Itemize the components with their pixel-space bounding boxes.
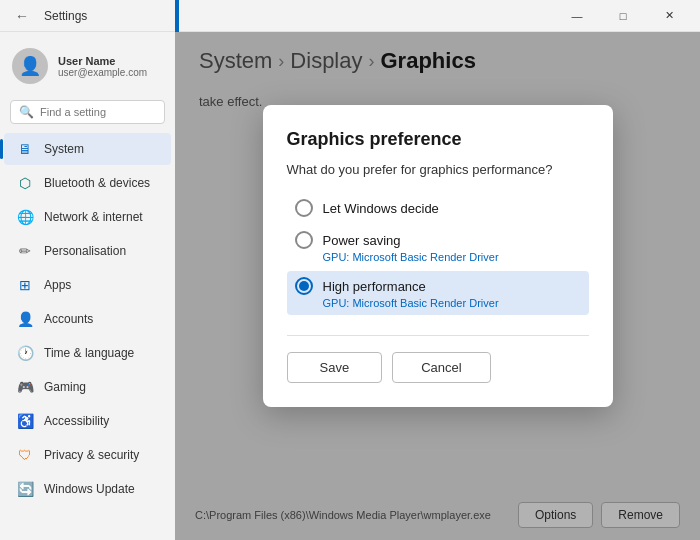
sidebar-item-system[interactable]: 🖥 System (4, 133, 171, 165)
time-icon: 🕐 (16, 344, 34, 362)
modal-buttons: Save Cancel (287, 352, 589, 383)
sidebar-item-privacy[interactable]: 🛡 Privacy & security (4, 439, 171, 471)
radio-option-high-performance[interactable]: High performance GPU: Microsoft Basic Re… (287, 271, 589, 315)
user-profile: 👤 User Name user@example.com (0, 40, 175, 96)
sidebar: 👤 User Name user@example.com 🔍 🖥 System … (0, 32, 175, 540)
main-content: System › Display › Graphics take effect.… (175, 32, 700, 540)
network-icon: 🌐 (16, 208, 34, 226)
sidebar-item-label-accounts: Accounts (44, 312, 93, 326)
user-email: user@example.com (58, 67, 147, 78)
apps-icon: ⊞ (16, 276, 34, 294)
radio-label-windows: Let Windows decide (323, 201, 439, 216)
titlebar: ← Settings — □ ✕ (0, 0, 700, 32)
radio-sublabel-power-saving: GPU: Microsoft Basic Render Driver (323, 251, 581, 263)
sidebar-item-label-privacy: Privacy & security (44, 448, 139, 462)
system-icon: 🖥 (16, 140, 34, 158)
radio-circle-high-performance (295, 277, 313, 295)
cancel-button[interactable]: Cancel (392, 352, 490, 383)
radio-label-power-saving: Power saving (323, 233, 401, 248)
graphics-preference-modal: Graphics preference What do you prefer f… (263, 105, 613, 407)
search-input[interactable] (40, 106, 156, 118)
accounts-icon: 👤 (16, 310, 34, 328)
user-name: User Name (58, 55, 147, 67)
sidebar-item-windows-update[interactable]: 🔄 Windows Update (4, 473, 171, 505)
bluetooth-icon: ⬡ (16, 174, 34, 192)
sidebar-item-accessibility[interactable]: ♿ Accessibility (4, 405, 171, 437)
radio-sublabel-high-performance: GPU: Microsoft Basic Render Driver (323, 297, 581, 309)
sidebar-item-gaming[interactable]: 🎮 Gaming (4, 371, 171, 403)
close-button[interactable]: ✕ (646, 0, 692, 32)
sidebar-item-bluetooth[interactable]: ⬡ Bluetooth & devices (4, 167, 171, 199)
privacy-icon: 🛡 (16, 446, 34, 464)
titlebar-controls: — □ ✕ (554, 0, 692, 32)
back-button[interactable]: ← (8, 2, 36, 30)
user-info: User Name user@example.com (58, 55, 147, 78)
radio-row-windows: Let Windows decide (295, 199, 581, 217)
sidebar-item-label-apps: Apps (44, 278, 71, 292)
modal-title: Graphics preference (287, 129, 589, 150)
radio-row-power-saving: Power saving (295, 231, 581, 249)
radio-row-high-performance: High performance (295, 277, 581, 295)
sidebar-item-label-gaming: Gaming (44, 380, 86, 394)
titlebar-left: ← Settings (8, 2, 87, 30)
sidebar-item-label-network: Network & internet (44, 210, 143, 224)
radio-option-windows[interactable]: Let Windows decide (287, 193, 589, 223)
app-container: 👤 User Name user@example.com 🔍 🖥 System … (0, 32, 700, 540)
minimize-button[interactable]: — (554, 0, 600, 32)
radio-option-power-saving[interactable]: Power saving GPU: Microsoft Basic Render… (287, 225, 589, 269)
sidebar-item-label-system: System (44, 142, 84, 156)
modal-question: What do you prefer for graphics performa… (287, 162, 589, 177)
maximize-button[interactable]: □ (600, 0, 646, 32)
sidebar-item-label-personalisation: Personalisation (44, 244, 126, 258)
radio-circle-power-saving (295, 231, 313, 249)
search-box[interactable]: 🔍 (10, 100, 165, 124)
search-icon: 🔍 (19, 105, 34, 119)
sidebar-item-apps[interactable]: ⊞ Apps (4, 269, 171, 301)
sidebar-item-time[interactable]: 🕐 Time & language (4, 337, 171, 369)
titlebar-title: Settings (44, 9, 87, 23)
radio-circle-windows (295, 199, 313, 217)
sidebar-item-label-bluetooth: Bluetooth & devices (44, 176, 150, 190)
windows-update-icon: 🔄 (16, 480, 34, 498)
gaming-icon: 🎮 (16, 378, 34, 396)
sidebar-item-label-windows-update: Windows Update (44, 482, 135, 496)
save-button[interactable]: Save (287, 352, 383, 383)
sidebar-item-label-time: Time & language (44, 346, 134, 360)
avatar: 👤 (12, 48, 48, 84)
radio-label-high-performance: High performance (323, 279, 426, 294)
sidebar-item-label-accessibility: Accessibility (44, 414, 109, 428)
radio-group: Let Windows decide Power saving GPU: Mic… (287, 193, 589, 315)
personalisation-icon: ✏ (16, 242, 34, 260)
sidebar-item-personalisation[interactable]: ✏ Personalisation (4, 235, 171, 267)
accessibility-icon: ♿ (16, 412, 34, 430)
sidebar-item-network[interactable]: 🌐 Network & internet (4, 201, 171, 233)
sidebar-item-accounts[interactable]: 👤 Accounts (4, 303, 171, 335)
modal-overlay: Graphics preference What do you prefer f… (175, 32, 700, 540)
modal-divider (287, 335, 589, 336)
